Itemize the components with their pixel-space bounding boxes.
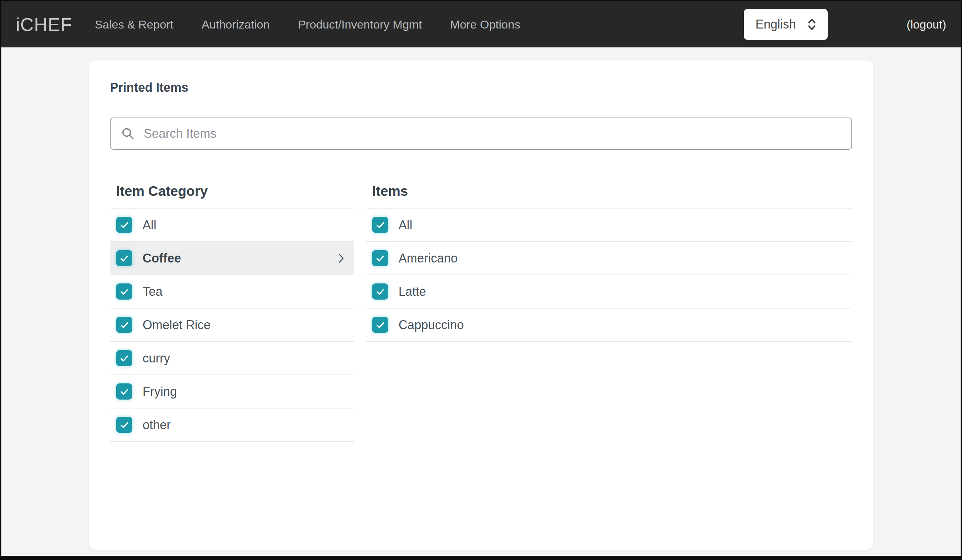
category-label-all: All <box>143 218 157 232</box>
category-checkbox-other[interactable] <box>116 417 132 433</box>
item-row-americano[interactable]: Americano <box>366 242 852 275</box>
category-label-curry: curry <box>143 351 170 366</box>
category-row-other[interactable]: other <box>110 408 354 442</box>
item-row-cappuccino[interactable]: Cappuccino <box>366 308 852 342</box>
page-title: Printed Items <box>110 81 852 95</box>
category-label-coffee: Coffee <box>143 251 181 266</box>
logout-link[interactable]: (logout) <box>907 18 946 31</box>
items-list: AllAmericanoLatteCappuccino <box>366 208 852 342</box>
username-redacted <box>828 14 907 35</box>
category-column-header: Item Category <box>116 184 354 199</box>
item-checkbox-americano[interactable] <box>372 250 388 266</box>
language-select[interactable]: English <box>744 9 828 40</box>
nav-item-product-inventory-mgmt[interactable]: Product/Inventory Mgmt <box>298 18 422 31</box>
top-nav: iCHEF Sales & ReportAuthorizationProduct… <box>2 2 960 47</box>
items-column: Items AllAmericanoLatteCappuccino <box>366 184 852 442</box>
category-column: Item Category AllCoffeeTeaOmelet Ricecur… <box>110 184 354 442</box>
updown-chevrons-icon <box>805 17 819 32</box>
chevron-right-icon <box>337 252 345 265</box>
nav-menu: Sales & ReportAuthorizationProduct/Inven… <box>95 18 520 31</box>
category-checkbox-omelet-rice[interactable] <box>116 317 132 333</box>
selection-columns: Item Category AllCoffeeTeaOmelet Ricecur… <box>110 184 852 442</box>
category-label-tea: Tea <box>143 284 163 299</box>
category-checkbox-coffee[interactable] <box>116 250 132 266</box>
item-label-cappuccino: Cappuccino <box>399 318 464 332</box>
category-checkbox-curry[interactable] <box>116 350 132 366</box>
app-window: iCHEF Sales & ReportAuthorizationProduct… <box>0 0 962 560</box>
category-row-omelet-rice[interactable]: Omelet Rice <box>110 308 354 342</box>
item-row-latte[interactable]: Latte <box>366 275 852 308</box>
nav-right: English (logout) <box>744 9 946 40</box>
category-checkbox-all[interactable] <box>116 217 132 233</box>
nav-item-sales-report[interactable]: Sales & Report <box>95 18 173 31</box>
brand-logo[interactable]: iCHEF <box>16 14 72 35</box>
search-box[interactable] <box>110 118 852 150</box>
category-list: AllCoffeeTeaOmelet RicecurryFryingother <box>110 208 354 442</box>
language-select-value: English <box>755 17 796 32</box>
search-input[interactable] <box>143 126 841 141</box>
item-label-all: All <box>399 218 412 232</box>
item-label-latte: Latte <box>399 284 426 299</box>
category-label-omelet-rice: Omelet Rice <box>143 318 211 332</box>
category-row-coffee[interactable]: Coffee <box>110 242 354 275</box>
category-row-all[interactable]: All <box>110 208 354 242</box>
nav-item-authorization[interactable]: Authorization <box>202 18 270 31</box>
item-checkbox-all[interactable] <box>372 217 388 233</box>
page-body: Printed Items Item Category AllCoffeeTea… <box>2 47 960 550</box>
item-row-all[interactable]: All <box>366 208 852 242</box>
category-label-frying: Frying <box>143 384 177 399</box>
category-row-frying[interactable]: Frying <box>110 375 354 408</box>
category-row-tea[interactable]: Tea <box>110 275 354 308</box>
search-icon <box>121 127 135 140</box>
category-label-other: other <box>143 418 171 432</box>
items-column-header: Items <box>372 184 852 199</box>
item-label-americano: Americano <box>399 251 458 266</box>
item-checkbox-cappuccino[interactable] <box>372 317 388 333</box>
category-row-curry[interactable]: curry <box>110 342 354 375</box>
category-checkbox-frying[interactable] <box>116 383 132 400</box>
nav-item-more-options[interactable]: More Options <box>450 18 520 31</box>
printed-items-card: Printed Items Item Category AllCoffeeTea… <box>89 60 873 550</box>
category-checkbox-tea[interactable] <box>116 283 132 300</box>
item-checkbox-latte[interactable] <box>372 283 388 300</box>
